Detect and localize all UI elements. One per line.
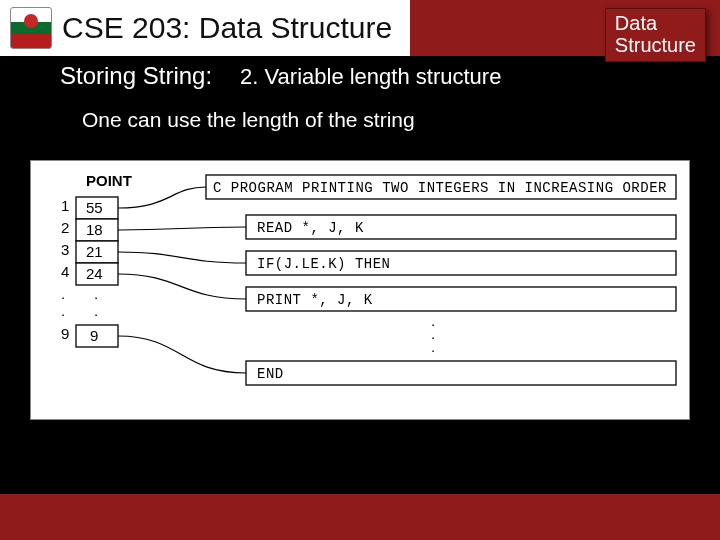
row-val: 21 <box>86 243 103 260</box>
row-idx: . <box>61 285 65 302</box>
subheading: Storing String: 2. Variable length struc… <box>60 62 700 90</box>
footer-bar <box>0 494 720 540</box>
badge-line2: Structure <box>615 34 696 56</box>
row-idx: . <box>61 302 65 319</box>
point-label: POINT <box>86 172 132 189</box>
ellipsis-icon: . <box>431 338 435 355</box>
row-idx: 3 <box>61 241 69 258</box>
row-idx: 4 <box>61 263 69 280</box>
badge-line1: Data <box>615 12 696 34</box>
university-logo-icon <box>10 7 52 49</box>
row-val: 24 <box>86 265 103 282</box>
title-chip: CSE 203: Data Structure <box>0 0 410 56</box>
code-header: C PROGRAM PRINTING TWO INTEGERS IN INCRE… <box>213 180 667 196</box>
row-idx: 2 <box>61 219 69 236</box>
code-line: READ *, J, K <box>257 220 364 236</box>
row-val: . <box>94 302 98 319</box>
connector-line <box>118 252 246 263</box>
body-text: One can use the length of the string <box>82 108 415 132</box>
connector-line <box>118 187 206 208</box>
row-val: 9 <box>90 327 98 344</box>
connector-line <box>118 227 246 230</box>
code-line-box <box>246 361 676 385</box>
diagram: POINT 1 55 2 18 3 21 4 24 . . . . 9 <box>30 160 690 420</box>
code-line: END <box>257 366 284 382</box>
row-val: 18 <box>86 221 103 238</box>
subhead-right: 2. Variable length structure <box>240 64 501 90</box>
subhead-left: Storing String: <box>60 62 212 90</box>
connector-line <box>118 336 246 373</box>
row-val: . <box>94 285 98 302</box>
topic-badge: Data Structure <box>605 8 706 62</box>
row-idx: 9 <box>61 325 69 342</box>
code-line: PRINT *, J, K <box>257 292 373 308</box>
row-val: 55 <box>86 199 103 216</box>
connector-line <box>118 274 246 299</box>
point-column: 1 55 2 18 3 21 4 24 . . . . 9 9 <box>61 197 118 347</box>
row-idx: 1 <box>61 197 69 214</box>
code-line: IF(J.LE.K) THEN <box>257 256 391 272</box>
course-title: CSE 203: Data Structure <box>62 11 392 45</box>
